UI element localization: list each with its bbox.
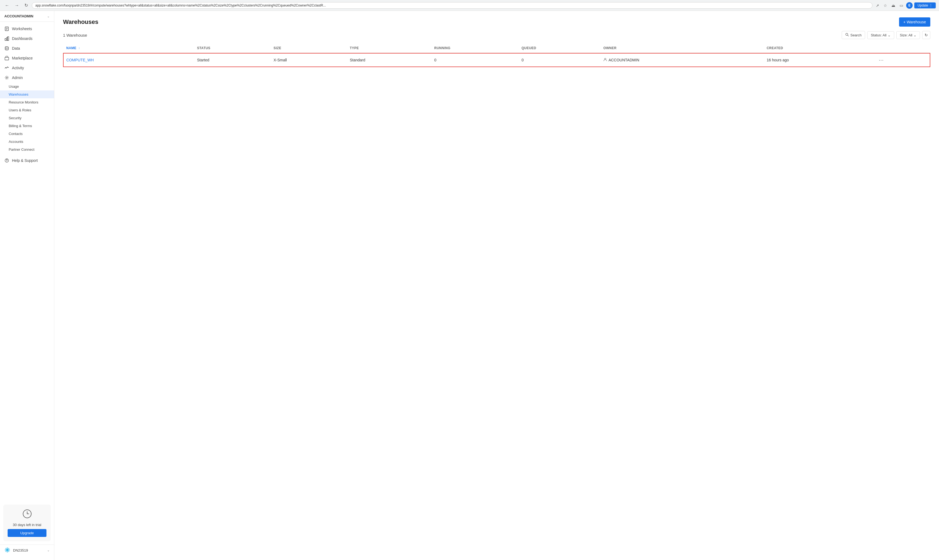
- reload-button[interactable]: ↻: [23, 2, 29, 8]
- sidebar-sub-item-usage[interactable]: Usage: [0, 83, 54, 91]
- data-icon: [5, 46, 9, 51]
- cell-name[interactable]: COMPUTE_WH: [63, 53, 194, 67]
- trial-text: 30 days left in trial: [13, 523, 41, 527]
- cell-actions: ⋯: [874, 53, 930, 67]
- warehouse-count: 1 Warehouse: [63, 33, 87, 37]
- cell-status: Started: [194, 53, 270, 67]
- svg-line-21: [847, 35, 848, 36]
- update-button[interactable]: Update ⋮: [914, 2, 936, 8]
- sidebar-item-admin[interactable]: Admin: [0, 73, 54, 83]
- col-status: STATUS: [194, 43, 270, 53]
- sidebar-sub-item-security[interactable]: Security: [0, 114, 54, 122]
- dashboards-label: Dashboards: [12, 36, 32, 41]
- sidebar-sub-item-resource-monitors[interactable]: Resource Monitors: [0, 98, 54, 106]
- sidebar-sub-item-contacts[interactable]: Contacts: [0, 130, 54, 138]
- help-label: Help & Support: [12, 158, 38, 163]
- snowflake-logo: [5, 547, 11, 554]
- owner-name: ACCOUNTADMIN: [609, 58, 639, 62]
- add-warehouse-button[interactable]: + Warehouse: [899, 17, 930, 27]
- refresh-icon: ↻: [925, 33, 928, 37]
- refresh-button[interactable]: ↻: [922, 31, 930, 39]
- account-chevron[interactable]: ⌄: [47, 14, 50, 18]
- back-button[interactable]: ←: [3, 2, 11, 8]
- col-created: CREATED: [764, 43, 874, 53]
- size-filter[interactable]: Size: All ⌄: [896, 31, 920, 39]
- cell-running: 0: [431, 53, 518, 67]
- admin-submenu: Usage Warehouses Resource Monitors Users…: [0, 83, 54, 154]
- org-name: DN23519: [13, 548, 28, 552]
- search-label: Search: [850, 33, 862, 37]
- sidebar-item-data[interactable]: Data: [0, 43, 54, 53]
- svg-point-9: [6, 77, 8, 78]
- user-avatar: E: [906, 2, 913, 9]
- svg-point-7: [5, 47, 8, 48]
- col-name[interactable]: NAME ↑: [63, 43, 194, 53]
- sidebar-item-worksheets[interactable]: Worksheets: [0, 24, 54, 34]
- owner-icon: [603, 58, 607, 62]
- sidebar: ACCOUNTADMIN ⌄ Worksheets Dashboards: [0, 11, 54, 560]
- sidebar-sub-item-billing[interactable]: Billing & Terms: [0, 122, 54, 130]
- col-size: SIZE: [270, 43, 347, 53]
- page-header: Warehouses + Warehouse: [63, 17, 930, 27]
- sidebar-item-help[interactable]: Help & Support: [0, 155, 54, 165]
- row-actions-button[interactable]: ⋯: [877, 57, 885, 63]
- cell-created: 16 hours ago: [764, 53, 874, 67]
- admin-icon: [5, 75, 9, 80]
- sidebar-item-marketplace[interactable]: Marketplace: [0, 53, 54, 63]
- col-queued: QUEUED: [518, 43, 600, 53]
- toolbar: Search Status: All ⌄ Size: All ⌄ ↻: [842, 31, 930, 39]
- extensions-icon[interactable]: ⛰: [890, 2, 897, 8]
- svg-rect-6: [8, 37, 9, 40]
- sidebar-nav: Worksheets Dashboards Data Marketplace: [0, 22, 54, 502]
- clock-icon: [22, 509, 32, 521]
- search-button[interactable]: Search: [842, 31, 865, 39]
- col-type: TYPE: [346, 43, 431, 53]
- table-body: COMPUTE_WH Started X-Small Standard 0 0 …: [63, 53, 930, 67]
- cell-queued: 0: [518, 53, 600, 67]
- browser-chrome: ← → ↻ ➚ ☆ ⛰ ▭ E Update ⋮: [0, 0, 939, 11]
- status-chevron-icon: ⌄: [888, 33, 891, 37]
- sidebar-sub-item-users-roles[interactable]: Users & Roles: [0, 106, 54, 114]
- sidebar-header: ACCOUNTADMIN ⌄: [0, 11, 54, 22]
- cell-size: X-Small: [270, 53, 347, 67]
- upgrade-button[interactable]: Upgrade: [8, 529, 46, 537]
- sub-header: 1 Warehouse Search Status: All ⌄ Size: A…: [63, 31, 930, 39]
- share-icon[interactable]: ➚: [874, 2, 881, 8]
- marketplace-icon: [5, 56, 9, 60]
- status-filter-label: Status: All: [871, 33, 887, 37]
- trial-box: 30 days left in trial Upgrade: [3, 505, 51, 541]
- sidebar-sub-item-warehouses[interactable]: Warehouses: [0, 91, 54, 98]
- svg-rect-4: [5, 38, 6, 40]
- data-label: Data: [12, 46, 20, 51]
- bookmark-icon[interactable]: ☆: [882, 2, 888, 8]
- cell-owner: ACCOUNTADMIN: [600, 53, 764, 67]
- svg-point-11: [6, 161, 7, 162]
- svg-rect-8: [5, 57, 9, 60]
- forward-button[interactable]: →: [13, 2, 21, 8]
- activity-icon: [5, 65, 9, 70]
- sidebar-sub-item-partner-connect[interactable]: Partner Connect: [0, 146, 54, 154]
- org-chevron-icon[interactable]: ⌄: [47, 548, 50, 552]
- activity-label: Activity: [12, 66, 24, 70]
- worksheets-icon: [5, 26, 9, 31]
- sidebar-sub-item-accounts[interactable]: Accounts: [0, 138, 54, 146]
- admin-label: Admin: [12, 75, 23, 80]
- warehouse-table: NAME ↑ STATUS SIZE TYPE RUNNING QUEUED O…: [63, 43, 930, 67]
- screenshot-icon[interactable]: ▭: [898, 2, 905, 8]
- table-header: NAME ↑ STATUS SIZE TYPE RUNNING QUEUED O…: [63, 43, 930, 53]
- sidebar-item-dashboards[interactable]: Dashboards: [0, 34, 54, 43]
- main-content: Warehouses + Warehouse 1 Warehouse Searc…: [54, 11, 939, 560]
- status-filter[interactable]: Status: All ⌄: [867, 31, 894, 39]
- col-actions: [874, 43, 930, 53]
- url-bar[interactable]: [32, 2, 873, 9]
- svg-rect-5: [6, 37, 8, 40]
- svg-point-22: [605, 58, 606, 60]
- size-chevron-icon: ⌄: [913, 33, 916, 37]
- browser-actions: ➚ ☆ ⛰ ▭ E Update ⋮: [874, 2, 936, 9]
- app-container: ACCOUNTADMIN ⌄ Worksheets Dashboards: [0, 11, 939, 560]
- sidebar-footer: DN23519 ⌄: [0, 545, 54, 555]
- help-icon: [5, 158, 9, 163]
- sidebar-item-activity[interactable]: Activity: [0, 63, 54, 73]
- account-label: ACCOUNTADMIN: [5, 14, 34, 18]
- marketplace-label: Marketplace: [12, 56, 32, 60]
